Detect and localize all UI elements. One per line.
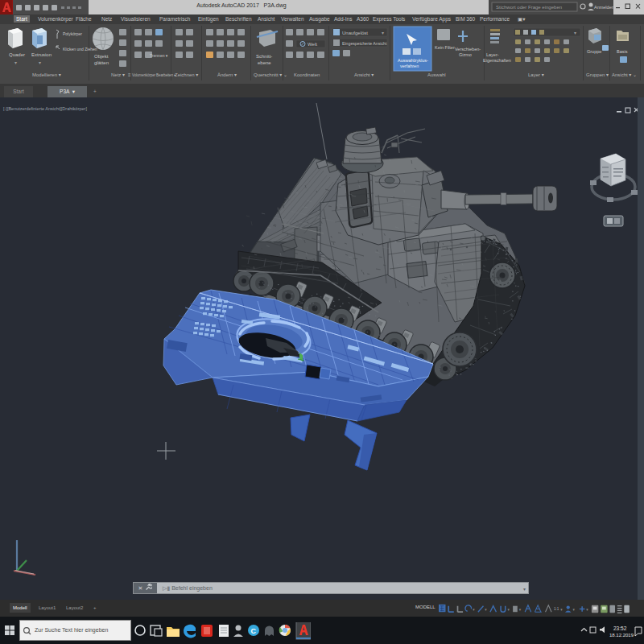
- svg-text:Auswahl: Auswahl: [427, 72, 446, 77]
- svg-text:ebene: ebene: [258, 60, 271, 65]
- svg-text:Quader: Quader: [9, 52, 25, 57]
- svg-text:▾: ▾: [485, 608, 487, 612]
- svg-text:Modellieren ▾: Modellieren ▾: [32, 72, 61, 77]
- svg-text:Ansicht ▾: Ansicht ▾: [354, 72, 374, 77]
- svg-text:Netz ▾: Netz ▾: [111, 72, 125, 77]
- svg-text:▾: ▾: [382, 31, 384, 35]
- svg-text:23:52: 23:52: [613, 625, 627, 631]
- svg-text:Unaufgelöst: Unaufgelöst: [342, 31, 368, 35]
- svg-text:Anmelden: Anmelden: [594, 5, 613, 10]
- svg-text:Volumenkörper Bearbeiten ▾: Volumenkörper Bearbeiten ▾: [132, 73, 176, 77]
- svg-text:Eingespeicherte Ansicht: Eingespeicherte Ansicht: [342, 41, 387, 46]
- svg-text:▾: ▾: [519, 608, 522, 612]
- svg-text:18.12.2019: 18.12.2019: [609, 633, 634, 638]
- svg-text:Basis: Basis: [617, 49, 628, 54]
- svg-text:Zeichnen ▾: Zeichnen ▾: [175, 72, 198, 77]
- svg-text:Gruppe: Gruppe: [587, 49, 601, 54]
- svg-text:▾: ▾: [586, 608, 588, 612]
- svg-text:Auswahlzyklus-: Auswahlzyklus-: [398, 58, 428, 63]
- svg-text:Gizmo: Gizmo: [459, 52, 472, 57]
- svg-text:▾: ▾: [572, 608, 575, 612]
- svg-text:Klicken und Ziehen: Klicken und Ziehen: [63, 47, 97, 52]
- svg-text:≡: ≡: [128, 72, 131, 77]
- svg-text:Layer-: Layer-: [486, 52, 499, 57]
- svg-text:glätten: glätten: [94, 60, 109, 65]
- svg-text:1:1: 1:1: [554, 607, 559, 611]
- svg-text:Verschieben-: Verschieben-: [455, 47, 481, 52]
- svg-text:▾: ▾: [560, 608, 563, 612]
- svg-text:Layer ▾: Layer ▾: [528, 72, 544, 77]
- svg-text:Extrusion: Extrusion: [31, 52, 52, 57]
- svg-text:▾: ▾: [473, 608, 475, 612]
- svg-text:Ändern ▾: Ändern ▾: [217, 72, 237, 77]
- svg-text:▾: ▾: [574, 31, 576, 35]
- svg-text:Ansicht ▾ ⌄: Ansicht ▾ ⌄: [612, 72, 637, 77]
- svg-text:▾: ▾: [39, 60, 41, 65]
- svg-text:Kein Filter: Kein Filter: [435, 45, 455, 50]
- svg-text:verfahren: verfahren: [400, 64, 419, 68]
- svg-text:Stichwort oder Frage eingeben: Stichwort oder Frage eingeben: [496, 5, 562, 10]
- svg-text:Objekt: Objekt: [94, 54, 109, 59]
- svg-text:Welt: Welt: [308, 42, 317, 47]
- svg-text:Querschnitt ▾ ⌄: Querschnitt ▾ ⌄: [254, 72, 287, 77]
- svg-text:Eigenschaften: Eigenschaften: [483, 58, 511, 63]
- svg-text:Schnitt-: Schnitt-: [256, 54, 272, 59]
- svg-text:▾: ▾: [14, 60, 17, 65]
- svg-text:Polykörper: Polykörper: [63, 31, 82, 36]
- svg-text:Gruppen ▾: Gruppen ▾: [586, 72, 609, 77]
- svg-text:C: C: [251, 627, 257, 635]
- svg-text:Trennen ▾: Trennen ▾: [150, 53, 168, 58]
- svg-text:Koordinaten: Koordinaten: [294, 72, 320, 77]
- svg-text:▾: ▾: [508, 608, 510, 612]
